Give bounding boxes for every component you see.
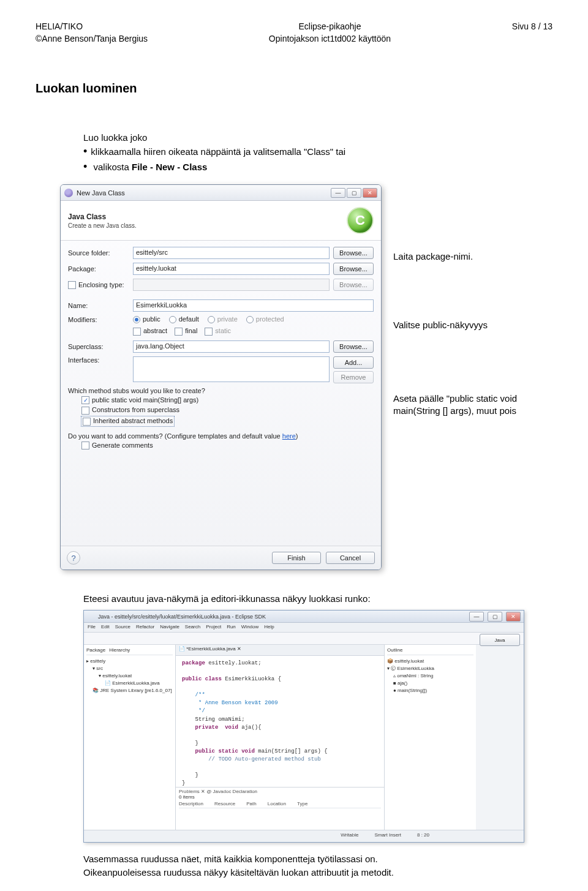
browse-source-button[interactable]: Browse... — [333, 247, 374, 259]
ide-menu-bar[interactable]: File Edit Source Refactor Navigate Searc… — [84, 623, 524, 633]
menu-run[interactable]: Run — [227, 624, 236, 631]
callout-public: Valitse public-näkyvyys — [393, 319, 488, 331]
problems-view[interactable]: Problems ✕ @ Javadoc Declaration 0 items… — [176, 787, 384, 830]
chk-gen-comments-label: Generate comments — [92, 442, 153, 449]
close-button[interactable]: ✕ — [363, 188, 377, 198]
label-superclass: Superclass: — [68, 343, 129, 350]
eclipse-icon — [64, 189, 73, 197]
hdr-center1: Eclipse-pikaohje — [269, 21, 391, 33]
maximize-button[interactable]: ▢ — [347, 188, 361, 198]
menu-navigate[interactable]: Navigate — [160, 624, 179, 631]
dialog-wrap: New Java Class — ▢ ✕ Java Class Create a… — [60, 184, 552, 576]
perspective-java-button[interactable]: Java — [480, 634, 520, 646]
add-interface-button[interactable]: Add... — [333, 356, 374, 369]
ide-toolbar[interactable]: Java — [84, 633, 524, 645]
ide-close-button[interactable]: ✕ — [506, 612, 521, 622]
menu-edit[interactable]: Edit — [101, 624, 110, 631]
browse-superclass-button[interactable]: Browse... — [333, 340, 374, 353]
col-resource[interactable]: Resource — [214, 801, 235, 806]
label-modifiers: Modifiers: — [68, 316, 129, 323]
ide-titlebar[interactable]: Java - esittely/src/esittely/luokat/Esim… — [84, 611, 524, 623]
configure-link[interactable]: here — [282, 432, 296, 440]
radio-private — [208, 316, 215, 323]
outline-field[interactable]: ▵ omaNimi : String — [387, 672, 473, 680]
callout-package: Laita package-nimi. — [393, 250, 473, 263]
package-input[interactable]: esittely.luokat — [133, 263, 330, 275]
radio-private-label: private — [217, 315, 238, 323]
status-writable: Writable — [341, 832, 358, 840]
editor-tab[interactable]: 📄 *EsimerkkiLuokka.java ✕ — [176, 645, 384, 656]
ide-minimize-button[interactable]: — — [469, 612, 484, 622]
chk-main-stub[interactable] — [81, 396, 89, 404]
chk-abstract[interactable] — [133, 328, 141, 336]
outline-method-main[interactable]: ● main(String[]) — [387, 687, 473, 694]
intro-bullet-2b: File - New - Class — [132, 162, 207, 172]
problems-tabs[interactable]: Problems ✕ @ Javadoc Declaration — [179, 789, 381, 794]
help-icon[interactable]: ? — [67, 551, 80, 565]
dialog-titlebar[interactable]: New Java Class — ▢ ✕ — [61, 185, 381, 201]
new-class-dialog: New Java Class — ▢ ✕ Java Class Create a… — [60, 184, 382, 570]
status-position: 8 : 20 — [417, 832, 429, 840]
outline-view[interactable]: Outline 📦 esittely.luokat ▾ Ⓒ EsimerkkiL… — [384, 645, 476, 830]
enclosing-type-checkbox[interactable] — [68, 281, 76, 289]
browse-package-button[interactable]: Browse... — [333, 263, 374, 275]
header-right: Sivu 8 / 13 — [512, 21, 552, 45]
intro-bullet-2: valikosta File - New - Class — [83, 160, 552, 173]
tab-hierarchy[interactable]: Hierarchy — [109, 647, 130, 653]
callout-main: Aseta päälle "public static void main(St… — [393, 393, 559, 418]
hdr-center2: Opintojakson ict1td002 käyttöön — [269, 33, 391, 45]
tab-package[interactable]: Package — [86, 647, 105, 653]
banner-desc: Create a new Java class. — [68, 222, 347, 229]
col-path[interactable]: Path — [246, 801, 256, 806]
minimize-button[interactable]: — — [331, 188, 345, 198]
chk-inherited-stub[interactable] — [83, 418, 91, 426]
tree-project[interactable]: ▸ esittely — [86, 658, 173, 665]
page-header: HELIA/TIKO ©Anne Benson/Tanja Bergius Ec… — [36, 21, 552, 45]
chk-gen-comments[interactable] — [81, 442, 89, 449]
package-explorer[interactable]: Package Hierarchy ▸ esittely ▾ src ▾ esi… — [84, 645, 176, 830]
menu-source[interactable]: Source — [115, 624, 130, 631]
chk-final[interactable] — [175, 328, 183, 336]
radio-public[interactable] — [133, 316, 140, 323]
outline-pkg[interactable]: 📦 esittely.luokat — [387, 658, 473, 665]
comments-question-c: ) — [296, 432, 298, 440]
tree-file[interactable]: 📄 EsimerkkiLuokka.java — [86, 680, 173, 687]
tree-src[interactable]: ▾ src — [86, 665, 173, 672]
col-type[interactable]: Type — [297, 801, 307, 806]
menu-help[interactable]: Help — [264, 624, 274, 631]
cancel-button[interactable]: Cancel — [326, 552, 375, 564]
menu-project[interactable]: Project — [206, 624, 221, 631]
intro-lead: Luo luokka joko — [83, 132, 552, 143]
chk-main-label: public static void main(String[] args) — [92, 396, 198, 404]
name-input[interactable]: EsimerkkiLuokka — [133, 299, 374, 312]
label-enclosing: Enclosing type: — [78, 281, 124, 288]
hdr-right: Sivu 8 / 13 — [512, 21, 552, 33]
chk-static-label: static — [215, 327, 231, 334]
problems-count: 0 items — [179, 794, 381, 800]
menu-file[interactable]: File — [88, 624, 96, 631]
radio-default-label: default — [179, 315, 199, 323]
radio-default[interactable] — [169, 316, 176, 323]
source-folder-input[interactable]: esittely/src — [133, 247, 330, 259]
status-insert: Smart Insert — [374, 832, 401, 840]
eclipse-icon — [87, 613, 94, 620]
finish-button[interactable]: Finish — [272, 552, 321, 564]
menu-search[interactable]: Search — [185, 624, 200, 631]
interfaces-list[interactable] — [133, 356, 330, 382]
chk-ctors-stub[interactable] — [81, 407, 89, 415]
radio-protected — [246, 316, 254, 323]
col-description[interactable]: Description — [179, 801, 203, 806]
outline-class[interactable]: ▾ Ⓒ EsimerkkiLuokka — [387, 665, 473, 672]
tree-package[interactable]: ▾ esittely.luokat — [86, 672, 173, 680]
ide-maximize-button[interactable]: ▢ — [488, 612, 502, 622]
tree-jre[interactable]: 📚 JRE System Library [jre1.6.0_07] — [86, 687, 173, 694]
editor-area[interactable]: package package esittely.luokat;esittely… — [176, 656, 384, 787]
outline-method-aja[interactable]: ■ aja() — [387, 680, 473, 687]
remove-interface-button: Remove — [333, 371, 374, 383]
chk-static — [205, 328, 213, 336]
col-location[interactable]: Location — [268, 801, 286, 806]
page-title: Luokan luominen — [36, 81, 552, 96]
menu-refactor[interactable]: Refactor — [136, 624, 154, 631]
menu-window[interactable]: Window — [241, 624, 258, 631]
superclass-input[interactable]: java.lang.Object — [133, 340, 330, 353]
